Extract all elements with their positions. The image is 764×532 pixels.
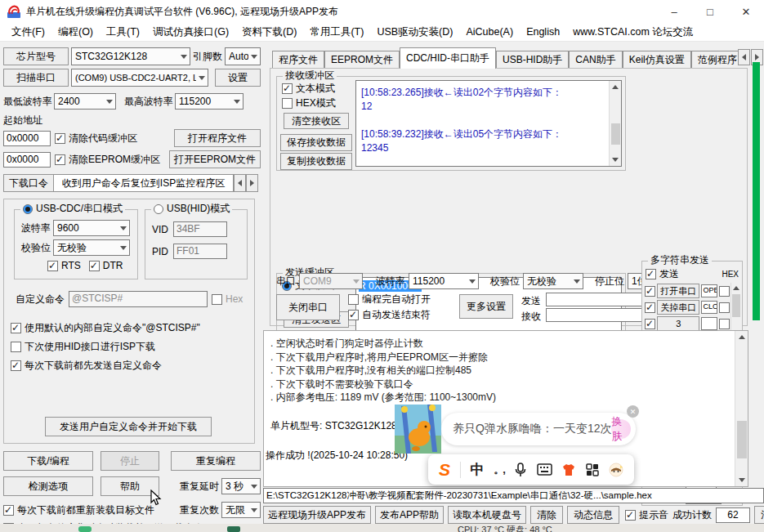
menu-file[interactable]: 文件(F)	[5, 23, 51, 41]
maximize-button[interactable]: □	[692, 0, 728, 23]
ime-mode-chinese[interactable]: 中	[471, 460, 485, 479]
more-settings-button[interactable]: 更多设置	[459, 294, 513, 319]
open-eeprom-button[interactable]: 打开EEPROM文件	[169, 150, 261, 168]
clear-receive-button[interactable]: 清空接收区	[284, 113, 349, 129]
min-baud-select[interactable]: 2400	[54, 93, 116, 110]
tab-can[interactable]: CAN助手	[569, 51, 622, 69]
menu-english[interactable]: English	[520, 23, 566, 41]
scroll-up-icon[interactable]	[735, 331, 748, 343]
auto-end-checkbox[interactable]: 自动发送结束符	[348, 308, 431, 322]
download-program-button[interactable]: 下载/编程	[3, 451, 93, 471]
checkbox-icon[interactable]	[645, 319, 655, 329]
recv-hex-mode-checkbox[interactable]: HEX模式	[282, 96, 336, 110]
menu-common-tools[interactable]: 常用工具(T)	[303, 23, 370, 41]
checkbox-icon[interactable]	[645, 286, 655, 297]
clear-eeprom-checkbox[interactable]: 清除EEPROM缓冲区	[55, 153, 160, 167]
hid-mode-radio[interactable]: USB(HID)模式	[151, 203, 232, 214]
taskbar-icon[interactable]	[78, 526, 92, 532]
reload-target-checkbox[interactable]: 每次下载前都重新装载目标文件	[3, 503, 154, 517]
multi-send-checkbox[interactable]: 发送	[646, 267, 679, 281]
ime-keyboard-icon[interactable]	[537, 463, 552, 476]
tab-cdc-hid-serial[interactable]: CDC/HID-串口助手	[400, 47, 496, 69]
checkbox-icon[interactable]	[645, 302, 655, 313]
ad-bubble[interactable]: 养只Q弹水豚噜噜：一天变12次 换肤	[441, 413, 636, 445]
repeat-count-select[interactable]: 无限	[221, 502, 261, 518]
ime-punctuation-icon[interactable]: 。,	[494, 463, 504, 477]
option-send-before[interactable]: 每次下载前都先发送自定义命令	[11, 359, 162, 373]
scroll-down-icon[interactable]	[735, 474, 748, 486]
menu-usb-driver[interactable]: USB驱动安装(D)	[370, 23, 459, 41]
multi-send-button-1[interactable]: 打开串口	[657, 284, 699, 298]
scrollbar-thumb[interactable]	[737, 421, 747, 458]
chip-model-button[interactable]: 芯片型号	[3, 47, 69, 65]
check-options-button[interactable]: 检测选项	[3, 476, 93, 496]
option-default-cmd[interactable]: 使用默认的内部自定义命令"@STCISP#"	[11, 321, 200, 335]
save-receive-button[interactable]: 保存接收数据	[280, 134, 352, 151]
menu-program[interactable]: 编程(O)	[51, 23, 100, 41]
tab-usb-hid[interactable]: USB-HID助手	[496, 51, 569, 69]
ad-skin-button[interactable]: 换肤	[611, 419, 631, 439]
ime-skin-icon[interactable]	[561, 463, 576, 476]
close-serial-button[interactable]: 关闭串口	[276, 294, 340, 320]
scroll-up-icon[interactable]	[610, 81, 621, 93]
tab-examples[interactable]: 范例程序	[691, 51, 738, 69]
sogou-logo-icon[interactable]: S	[439, 460, 450, 480]
multi-value-3[interactable]	[701, 317, 717, 330]
pins-select[interactable]: Auto	[225, 47, 261, 65]
clear-count-button[interactable]: 清零	[754, 506, 764, 524]
hex-checkbox-icon[interactable]	[719, 286, 730, 297]
ad-image[interactable]	[395, 405, 441, 454]
publish-app-help-button[interactable]: 发布APP帮助	[375, 506, 444, 524]
multi-send-button-2[interactable]: 关掉串口	[657, 300, 699, 315]
tab-keil-sim[interactable]: Keil仿真设置	[623, 51, 691, 69]
scrollbar-thumb[interactable]	[611, 123, 620, 145]
hex-file-path-field[interactable]: E:\STC32G12K128冲哥\教学视频配套附件-20230731\Exam…	[263, 488, 764, 503]
receive-scrollbar[interactable]	[609, 81, 621, 166]
minimize-button[interactable]: –	[656, 0, 692, 23]
eeprom-address-input[interactable]: 0x0000	[3, 152, 51, 168]
close-button[interactable]: ✕	[728, 0, 764, 23]
cdc-mode-radio[interactable]: USB-CDC/串口模式	[20, 203, 125, 214]
ime-mic-icon[interactable]	[514, 463, 527, 477]
serial-port-select[interactable]: COM9	[299, 273, 363, 289]
remote-upgrade-button[interactable]: 远程现场升级APP发布	[263, 506, 371, 524]
rts-checkbox[interactable]: RTS	[47, 260, 81, 271]
serial-parity-select[interactable]: 无校验	[523, 273, 583, 289]
scroll-right-button[interactable]	[246, 174, 258, 192]
clear-button[interactable]: 清除	[530, 506, 563, 524]
vid-input[interactable]: 34BF	[173, 221, 227, 237]
clear-code-checkbox[interactable]: 清除代码缓冲区	[55, 132, 137, 145]
pid-input[interactable]: FF01	[173, 244, 227, 259]
multi-value-2[interactable]: CLO	[701, 301, 717, 314]
tab-eeprom-file[interactable]: EEPROM文件	[324, 51, 400, 69]
ime-toolbox-icon[interactable]	[586, 463, 599, 476]
multi-send-button-3[interactable]: 3	[657, 316, 699, 331]
multi-value-1[interactable]: OPE	[701, 284, 717, 297]
scrollbar-thumb[interactable]	[732, 294, 740, 317]
tabs-scroll-left-button[interactable]	[738, 49, 750, 65]
cdc-parity-select[interactable]: 无校验	[53, 239, 130, 256]
hex-checkbox-icon[interactable]	[719, 319, 730, 329]
beep-checkbox[interactable]: 提示音	[625, 508, 668, 522]
receive-textarea[interactable]: [10:58:23.265]接收←读出02个字节内容如下： 12 [10:58:…	[355, 80, 622, 167]
taskbar-icon[interactable]	[227, 526, 240, 532]
hex-checkbox-icon[interactable]	[719, 302, 730, 313]
copy-receive-button[interactable]: 复制接收数据	[280, 153, 352, 170]
menu-tools[interactable]: 工具(T)	[100, 23, 146, 41]
dtr-checkbox[interactable]: DTR	[89, 260, 123, 271]
ad-close-icon[interactable]: ✕	[627, 405, 639, 418]
port-settings-button[interactable]: 设置	[215, 69, 261, 87]
code-address-input[interactable]: 0x0000	[3, 131, 51, 146]
dynamic-info-button[interactable]: 动态信息	[567, 506, 619, 524]
max-baud-select[interactable]: 115200	[175, 93, 243, 110]
scroll-left-button[interactable]	[234, 174, 246, 192]
scroll-down-icon[interactable]	[610, 154, 621, 166]
recv-text-mode-checkbox[interactable]: 文本模式	[282, 82, 335, 96]
log-scrollbar[interactable]	[735, 331, 748, 486]
read-disk-id-button[interactable]: 读取本机硬盘号	[448, 506, 526, 524]
download-cmd-tab[interactable]: 下载口令	[3, 174, 54, 192]
menu-forum[interactable]: www.STCAI.com 论坛交流	[566, 23, 699, 41]
scroll-up-icon[interactable]	[731, 283, 741, 293]
repeat-delay-select[interactable]: 3 秒	[221, 478, 261, 494]
chip-model-select[interactable]: STC32G12K128	[71, 47, 190, 65]
